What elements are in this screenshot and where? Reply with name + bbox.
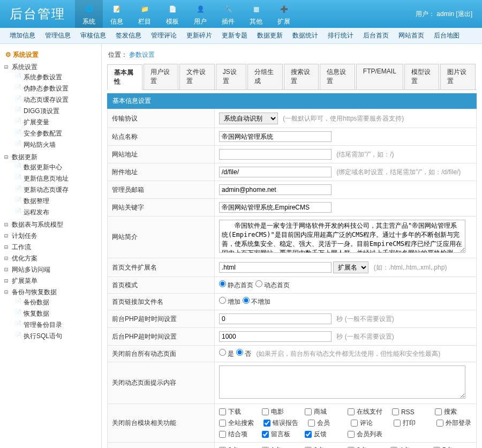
tree-node[interactable]: 备份与恢复数据 [4,288,99,297]
back-timeout-input[interactable] [219,331,332,342]
tree-leaf[interactable]: 扩展变量 [12,117,99,128]
checkbox-option[interactable]: 结合项 [219,430,252,439]
tree-node[interactable]: 网站多访问端 [4,265,99,274]
subnav-item[interactable]: 后台地图 [434,31,460,40]
tab-item[interactable]: JS设置 [216,64,246,89]
tab-item[interactable]: 分组生成 [247,64,283,89]
indexext-select[interactable]: 扩展名 [333,262,368,273]
header-bar: 后台管理 🌐系统📝信息📁栏目📄模板👤用户🔧插件▦其他➕扩展 用户： admin … [0,0,482,28]
siteurl-input[interactable] [219,149,332,160]
checkbox-option[interactable]: 错误报告 [263,419,298,428]
tab-item[interactable]: 用户设置 [144,64,179,89]
tree-leaf[interactable]: 数据更新中心 [12,162,99,173]
checkbox-option[interactable]: 评论 [351,419,384,428]
checkbox-option[interactable]: 3点 [348,446,381,448]
subnav-item[interactable]: 后台首页 [363,31,389,40]
subnav-item[interactable]: 网站首页 [398,31,424,40]
tree-node[interactable]: 数据更新 [4,153,99,162]
logout-link[interactable]: [退出] [456,10,472,18]
top-nav-edit[interactable]: 📝信息 [103,0,131,28]
top-nav-plus[interactable]: ➕扩展 [270,0,298,28]
tab-item[interactable]: FTP/EMAIL [356,64,403,89]
tree-leaf[interactable]: 更新动态页缓存 [12,184,99,196]
tree-leaf[interactable]: 更新信息页地址 [12,173,99,184]
checkbox-option[interactable]: 会员 [308,419,341,428]
checkbox-option[interactable]: 4点 [390,446,424,448]
indexlink-noadd[interactable]: 不增加 [243,298,270,305]
subnav-item[interactable]: 数据更新 [257,31,283,40]
checkbox-option[interactable]: 外部登录 [436,419,471,428]
top-nav-layers[interactable]: 📄模板 [159,0,186,28]
fileurl-input[interactable] [219,167,332,177]
tab-item[interactable]: 模型设置 [404,64,440,89]
top-nav-globe[interactable]: 🌐系统 [75,0,103,28]
top-nav-grid[interactable]: ▦其他 [242,0,270,28]
subnav-item[interactable]: 数据统计 [292,31,318,40]
checkbox-option[interactable]: 5点 [433,446,466,448]
sitename-input[interactable] [219,131,332,142]
top-nav-plugin[interactable]: 🔧插件 [214,0,242,28]
checkbox-option[interactable]: 电影 [262,407,295,416]
email-input[interactable] [219,184,332,195]
checkbox-option[interactable]: 在线支付 [348,407,382,416]
tree-leaf[interactable]: 数据整理 [12,196,99,207]
close-dyn-no[interactable]: 否 [236,350,251,357]
tree-leaf[interactable]: 执行SQL语句 [12,331,99,342]
tree-node[interactable]: 计划任务 [4,232,99,241]
tree-node[interactable]: 优化方案 [4,254,99,263]
tab-item[interactable]: 信息设置 [320,64,355,89]
tree-leaf[interactable]: 动态页缓存设置 [12,94,99,106]
subnav-item[interactable]: 管理评论 [151,31,177,40]
checkbox-option[interactable]: 0点 [219,446,252,448]
tab-item[interactable]: 文件设置 [179,64,215,89]
tree-leaf[interactable]: 伪静态参数设置 [12,83,99,94]
subnav-item[interactable]: 审核信息 [80,31,106,40]
tree-leaf[interactable]: 备份数据 [12,297,99,308]
subnav-item[interactable]: 签发信息 [116,31,141,40]
indexlink-add[interactable]: 增加 [219,298,240,305]
tree-node[interactable]: 系统设置 [4,63,99,72]
subnav-item[interactable]: 排行统计 [328,31,353,40]
tree-node[interactable]: 工作流 [4,243,99,252]
keywords-input[interactable] [219,202,332,213]
tab-item[interactable]: 搜索设置 [284,64,319,89]
checkbox-option[interactable]: 反馈 [305,430,338,439]
subnav-item[interactable]: 管理信息 [45,31,71,40]
indexmode-static[interactable]: 静态首页 [219,281,253,289]
top-nav-folder[interactable]: 📁栏目 [131,0,159,28]
subnav-item[interactable]: 更新碎片 [186,31,212,40]
tab-item[interactable]: 图片设置 [440,64,476,89]
tree-leaf[interactable]: 系统参数设置 [12,72,99,83]
front-timeout-input[interactable] [219,313,332,324]
tree-leaf[interactable]: DIGG顶设置 [12,106,99,117]
tree-leaf[interactable]: 管理备份目录 [12,319,99,331]
close-dyn-msg-textarea[interactable] [219,365,465,399]
indexmode-dynamic[interactable]: 动态首页 [255,281,290,289]
subnav-item[interactable]: 更新专题 [222,31,247,40]
checkbox-option[interactable]: 下载 [219,407,252,416]
tree-leaf[interactable]: 恢复数据 [12,308,99,319]
tree-leaf[interactable]: 网站防火墙 [12,139,99,151]
tab-item[interactable]: 基本属性 [107,64,142,90]
top-nav-user[interactable]: 👤用户 [186,0,214,28]
checkbox-option[interactable]: RSS [392,407,425,416]
checkbox-option[interactable]: 2点 [305,446,338,448]
checkbox-option[interactable]: 搜索 [435,407,468,416]
close-dyn-yes[interactable]: 是 [219,350,234,357]
checkbox-option[interactable]: 会员列表 [348,430,382,439]
checkbox-option[interactable]: 1点 [262,446,295,448]
protocol-select[interactable]: 系统自动识别 [219,113,278,124]
checkbox-option[interactable]: 全站搜索 [219,419,254,428]
indexmode-label: 首页模式 [108,277,215,294]
tree-node[interactable]: 数据表与系统模型 [4,220,99,229]
checkbox-option[interactable]: 留言板 [262,430,295,439]
tree-leaf[interactable]: 远程发布 [12,207,99,218]
subnav-item[interactable]: 增加信息 [10,31,35,40]
tree-node[interactable]: 扩展菜单 [4,277,99,286]
checkbox-option[interactable]: 打印 [394,419,427,428]
intro-textarea[interactable]: 帝国软件是一家专注于网络软件开发的科技公司，其主营产品"帝国网站管理系统(Emp… [219,220,465,253]
tree-leaf[interactable]: 安全参数配置 [12,128,99,139]
checkbox-option[interactable]: 商城 [305,407,338,416]
keywords-label: 网站关键字 [108,199,215,216]
indexext-input[interactable] [219,262,332,273]
